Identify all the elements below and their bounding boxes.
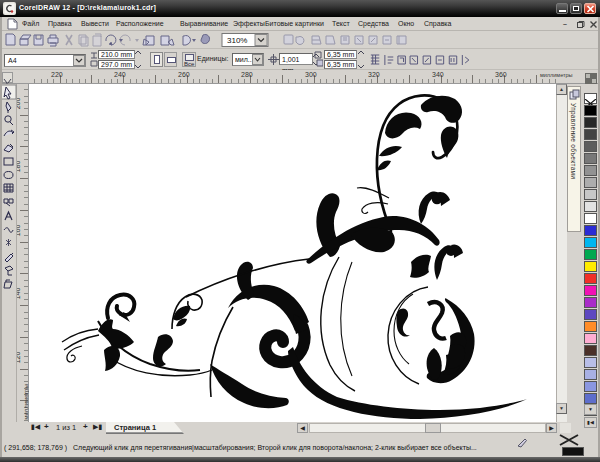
svg-text:310%: 310% (227, 36, 247, 45)
